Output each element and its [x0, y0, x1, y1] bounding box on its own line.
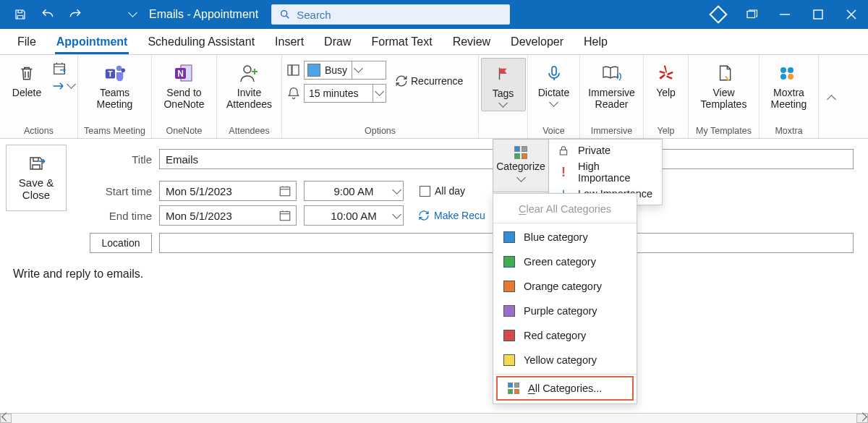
add-attendee-icon [239, 61, 260, 85]
calendar-forward-icon[interactable] [52, 61, 75, 77]
tab-developer[interactable]: Developer [509, 31, 565, 54]
svg-rect-16 [292, 65, 299, 75]
svg-point-18 [780, 67, 786, 73]
busy-swatch-icon [307, 64, 320, 77]
collapse-ribbon-button[interactable] [819, 55, 839, 138]
category-item-green[interactable]: Green category [493, 249, 637, 274]
teams-icon: T [104, 61, 126, 85]
svg-point-14 [244, 66, 251, 73]
all-categories-item[interactable]: All Categories... [496, 376, 634, 401]
close-button[interactable] [835, 0, 868, 29]
tab-format-text[interactable]: Format Text [370, 31, 433, 54]
scroll-right-icon[interactable] [856, 414, 868, 423]
lock-icon [556, 145, 571, 156]
category-item-orange[interactable]: Orange category [493, 274, 637, 299]
tab-scheduling-assistant[interactable]: Scheduling Assistant [146, 31, 256, 54]
maximize-button[interactable] [801, 0, 835, 29]
appointment-form: Save & Close Title Emails Start time Mon… [0, 139, 868, 413]
reminder-combo[interactable]: 15 minutes [304, 84, 386, 103]
category-item-blue[interactable]: Blue category [493, 225, 637, 249]
send-to-onenote-button[interactable]: N Send to OneNote [158, 58, 210, 110]
category-item-yellow[interactable]: Yellow category [493, 348, 637, 372]
svg-point-9 [116, 66, 122, 72]
exclamation-icon: ! [556, 165, 571, 180]
save-and-close-button[interactable]: Save & Close [6, 145, 67, 211]
svg-text:T: T [108, 70, 113, 78]
immersive-reader-button[interactable]: Immersive Reader [584, 58, 639, 110]
group-label-voice: Voice [532, 124, 575, 138]
swatch-icon [503, 330, 515, 341]
quick-access-toolbar [0, 0, 136, 29]
show-as-combo[interactable]: Busy [304, 61, 386, 80]
all-day-checkbox[interactable]: All day [420, 185, 465, 197]
start-time-input[interactable]: 9:00 AM [304, 181, 404, 201]
premium-icon[interactable] [702, 0, 735, 29]
categorize-button[interactable]: Categorize [493, 139, 549, 192]
category-item-purple[interactable]: Purple category [493, 299, 637, 323]
qat-customize-icon[interactable] [90, 0, 136, 29]
appointment-body[interactable]: Write and reply to emails. [10, 257, 868, 281]
categories-icon [508, 383, 519, 394]
calendar-icon[interactable] [276, 209, 294, 222]
tab-review[interactable]: Review [451, 31, 492, 54]
swatch-icon [503, 256, 515, 268]
tab-insert[interactable]: Insert [273, 31, 305, 54]
invite-attendees-button[interactable]: Invite Attendees [221, 58, 277, 110]
group-label-actions: Actions [4, 124, 73, 138]
scroll-left-icon[interactable] [0, 414, 12, 423]
make-recurring-link[interactable]: Make Recu [418, 210, 485, 221]
window-title: Emails - Appointment [136, 8, 271, 21]
ribbon: Delete Actions T Teams Meeting Teams Mee… [0, 55, 868, 139]
undo-icon[interactable] [35, 0, 61, 29]
horizontal-scrollbar[interactable] [0, 413, 868, 423]
svg-rect-6 [54, 64, 65, 74]
tags-button[interactable]: Tags [481, 58, 526, 111]
tab-help[interactable]: Help [582, 31, 609, 54]
show-as-icon [286, 63, 301, 77]
svg-point-0 [281, 11, 287, 17]
flag-icon [495, 61, 511, 86]
group-label-teams: Teams Meeting [82, 124, 147, 138]
svg-rect-1 [747, 12, 755, 18]
search-input[interactable]: Search [271, 4, 510, 25]
end-date-input[interactable]: Mon 5/1/2023 [159, 205, 297, 226]
recurrence-button[interactable]: Recurrence [389, 58, 469, 104]
templates-icon [715, 61, 733, 85]
calendar-icon[interactable] [276, 184, 294, 197]
location-button[interactable]: Location [90, 233, 152, 253]
svg-point-21 [788, 74, 793, 80]
save-icon[interactable] [7, 0, 33, 29]
end-time-input[interactable]: 10:00 AM [304, 205, 404, 226]
swatch-icon [503, 305, 515, 317]
group-label-yelp: Yelp [648, 124, 684, 138]
start-date-input[interactable]: Mon 5/1/2023 [159, 181, 297, 201]
group-label-immersive: Immersive [584, 124, 639, 138]
dictate-button[interactable]: Dictate [532, 58, 576, 110]
teams-meeting-button[interactable]: T Teams Meeting [91, 58, 139, 110]
onenote-icon: N [174, 61, 194, 85]
end-time-label: End time [82, 210, 152, 222]
yelp-button[interactable]: Yelp [644, 58, 689, 98]
tab-draw[interactable]: Draw [323, 31, 352, 54]
high-importance-item[interactable]: ! High Importance [549, 161, 662, 183]
category-item-red[interactable]: Red category [493, 323, 637, 348]
svg-text:N: N [178, 69, 184, 79]
redo-icon[interactable] [62, 0, 88, 29]
tab-appointment[interactable]: Appointment [55, 31, 129, 54]
delete-button[interactable]: Delete [4, 58, 49, 98]
moxtra-button[interactable]: Moxtra Meeting [765, 58, 813, 110]
swatch-icon [503, 281, 515, 292]
restore-window-icon[interactable] [735, 0, 768, 29]
svg-rect-23 [280, 212, 290, 221]
save-close-icon [27, 155, 46, 172]
minimize-button[interactable] [768, 0, 801, 29]
microphone-icon [545, 61, 563, 85]
forward-dropdown-button[interactable] [52, 81, 75, 91]
title-bar: Emails - Appointment Search [0, 0, 868, 29]
title-label: Title [82, 153, 152, 166]
private-item[interactable]: Private [549, 140, 662, 161]
tab-file[interactable]: File [16, 31, 38, 54]
window-controls [702, 0, 868, 29]
svg-point-10 [121, 68, 125, 72]
view-templates-button[interactable]: View Templates [695, 58, 753, 110]
